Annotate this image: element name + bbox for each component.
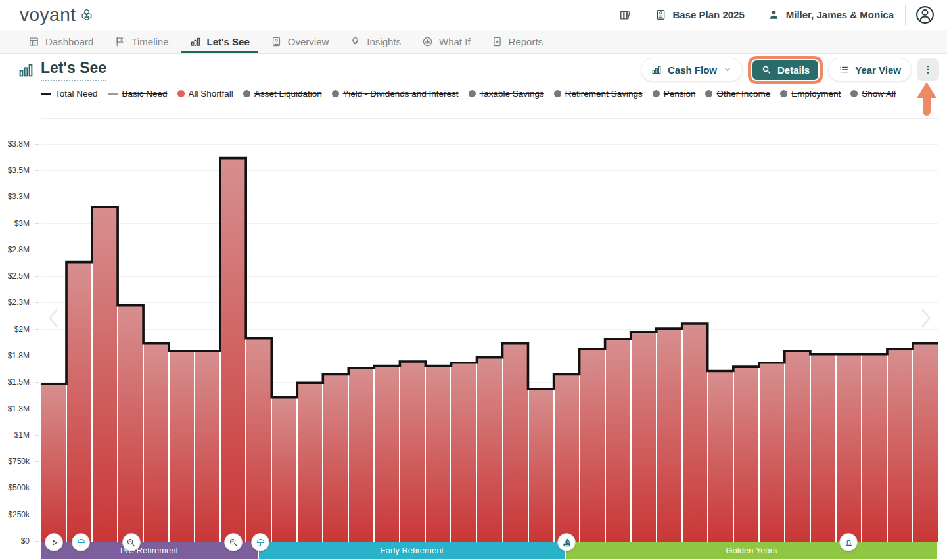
details-label: Details (777, 64, 810, 76)
chart-type-dropdown[interactable]: Cash Flow (641, 58, 743, 82)
y-tick-label: $750k (8, 457, 30, 466)
zoom-out-icon (126, 538, 136, 548)
legend-label: Retirement Savings (565, 89, 643, 99)
legend-circle-marker (705, 90, 712, 97)
legend-line-marker (41, 93, 51, 95)
y-tick-mark (35, 223, 39, 224)
legend-item-retirement-savings[interactable]: Retirement Savings (554, 89, 643, 99)
timeline-icon (114, 36, 126, 47)
legend-item-other-income[interactable]: Other Income (705, 89, 770, 99)
what-if-icon (422, 36, 433, 47)
tab-let-s-see[interactable]: Let's See (181, 30, 258, 53)
client-selector[interactable]: Miller, James & Monica (756, 9, 905, 21)
y-tick-label: $2.3M (8, 298, 30, 307)
kebab-menu-icon (923, 64, 933, 75)
y-tick-mark (35, 541, 39, 542)
total-need-line (41, 119, 938, 542)
top-bar-right: Base Plan 2025 Miller, James & Monica (607, 5, 939, 25)
chart-toolbar: Cash Flow Details Year View (641, 55, 939, 84)
play-icon (49, 538, 59, 548)
sailboat-icon (562, 538, 572, 548)
legend-circle-marker (780, 90, 787, 97)
tab-label: Timeline (131, 36, 168, 47)
magnifier-icon (761, 64, 772, 75)
legend-item-basic-need[interactable]: Basic Need (108, 89, 168, 99)
tab-label: Reports (509, 36, 543, 47)
zoom-out-icon (229, 538, 239, 548)
tab-reports[interactable]: Reports (483, 30, 552, 53)
legend-item-employment[interactable]: Employment (780, 89, 841, 99)
tab-what-if[interactable]: What If (413, 30, 479, 53)
y-tick-mark (35, 144, 39, 145)
legend-item-taxable-savings[interactable]: Taxable Savings (469, 89, 544, 99)
scroll-right-chevron-icon[interactable] (917, 307, 935, 329)
legend-label: Taxable Savings (480, 89, 544, 99)
event-marker-sailboat[interactable] (557, 533, 576, 551)
y-tick-mark (35, 170, 39, 171)
plan-name: Base Plan 2025 (673, 9, 745, 20)
plans-library-button[interactable] (607, 9, 643, 22)
phase-golden-years[interactable]: Golden Years (566, 542, 938, 559)
list-icon (839, 64, 849, 75)
event-marker-umbrella[interactable] (72, 533, 90, 551)
y-tick-mark (35, 382, 39, 383)
event-marker-memorial[interactable] (839, 533, 858, 551)
y-tick-label: $3.8M (8, 139, 30, 149)
tab-timeline[interactable]: Timeline (106, 30, 177, 53)
bar-chart-icon (18, 62, 34, 78)
tab-insights[interactable]: Insights (341, 30, 409, 53)
life-phase-timeline: Pre-RetirementEarly RetirementGolden Yea… (41, 542, 938, 559)
plan-selector[interactable]: Base Plan 2025 (643, 9, 756, 21)
dashboard-icon (28, 36, 39, 47)
umbrella-icon (256, 538, 266, 548)
chart-type-label: Cash Flow (668, 64, 717, 76)
details-button[interactable]: Details (752, 60, 818, 80)
legend-item-asset-liquidation[interactable]: Asset Liquidation (243, 89, 322, 99)
y-tick-mark (35, 488, 39, 488)
more-options-button[interactable] (917, 58, 939, 81)
y-tick-mark (35, 302, 39, 303)
legend-item-yield-dividends-and-interest[interactable]: Yield - Dividends and Interest (332, 89, 459, 99)
legend-label: Yield - Dividends and Interest (343, 89, 459, 99)
chevron-down-icon (723, 65, 732, 74)
legend-item-show-all[interactable]: Show All (850, 89, 896, 99)
profile-menu-button[interactable] (906, 5, 939, 25)
event-marker-play[interactable] (45, 533, 63, 551)
lets-see-icon (190, 36, 201, 47)
profile-icon (915, 5, 935, 25)
bar-chart-icon (651, 64, 662, 75)
legend-item-all-shortfall[interactable]: All Shortfall (177, 89, 233, 99)
y-tick-label: $1.8M (8, 351, 30, 360)
legend-circle-marker (653, 90, 660, 97)
legend-item-total-need[interactable]: Total Need (41, 89, 98, 99)
legend-item-pension[interactable]: Pension (653, 89, 696, 99)
overview-icon (271, 36, 282, 47)
legend-label: Pension (664, 89, 696, 99)
legend-circle-marker (554, 90, 561, 97)
year-view-button[interactable]: Year View (828, 58, 912, 82)
year-view-label: Year View (855, 64, 901, 76)
tab-label: Overview (288, 36, 329, 47)
y-tick-label: $3.3M (8, 192, 30, 201)
y-tick-mark (35, 329, 39, 330)
scroll-left-chevron-icon[interactable] (45, 307, 62, 329)
page-title: Let's See (41, 59, 106, 81)
client-icon (768, 9, 780, 21)
legend-line-marker (108, 93, 118, 95)
tab-dashboard[interactable]: Dashboard (20, 30, 102, 53)
cash-flow-chart (41, 118, 938, 542)
tab-overview[interactable]: Overview (262, 30, 338, 53)
event-marker-zoom-out[interactable] (122, 533, 141, 551)
voyant-logo: voyant (20, 6, 94, 24)
logo-text: voyant (20, 6, 76, 24)
legend-circle-marker (850, 90, 858, 97)
phase-early-retirement[interactable]: Early Retirement (259, 542, 566, 559)
y-tick-mark (35, 276, 39, 277)
legend-label: Asset Liquidation (254, 89, 322, 99)
book-icon (618, 9, 632, 22)
y-tick-label: $1.5M (8, 377, 30, 386)
tab-label: What If (439, 36, 471, 47)
y-tick-label: $2M (14, 325, 30, 334)
top-bar: voyant Base Plan 2025 (0, 0, 947, 30)
y-tick-label: $1M (14, 431, 30, 440)
